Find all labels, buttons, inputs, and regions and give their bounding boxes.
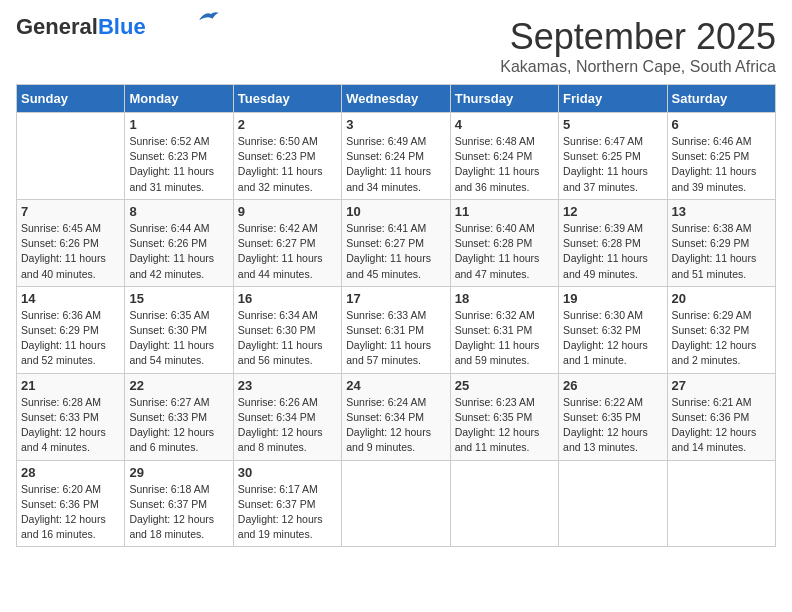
day-number: 9	[238, 204, 337, 219]
cell-daylight-info: Sunrise: 6:42 AMSunset: 6:27 PMDaylight:…	[238, 221, 337, 282]
calendar-cell: 24Sunrise: 6:24 AMSunset: 6:34 PMDayligh…	[342, 373, 450, 460]
calendar-week-row: 7Sunrise: 6:45 AMSunset: 6:26 PMDaylight…	[17, 199, 776, 286]
calendar-cell: 6Sunrise: 6:46 AMSunset: 6:25 PMDaylight…	[667, 113, 775, 200]
cell-daylight-info: Sunrise: 6:33 AMSunset: 6:31 PMDaylight:…	[346, 308, 445, 369]
day-number: 25	[455, 378, 554, 393]
calendar-cell: 5Sunrise: 6:47 AMSunset: 6:25 PMDaylight…	[559, 113, 667, 200]
calendar-cell: 17Sunrise: 6:33 AMSunset: 6:31 PMDayligh…	[342, 286, 450, 373]
calendar-cell	[667, 460, 775, 547]
cell-daylight-info: Sunrise: 6:17 AMSunset: 6:37 PMDaylight:…	[238, 482, 337, 543]
calendar-cell: 20Sunrise: 6:29 AMSunset: 6:32 PMDayligh…	[667, 286, 775, 373]
day-number: 12	[563, 204, 662, 219]
calendar-cell	[559, 460, 667, 547]
calendar-cell: 2Sunrise: 6:50 AMSunset: 6:23 PMDaylight…	[233, 113, 341, 200]
cell-daylight-info: Sunrise: 6:20 AMSunset: 6:36 PMDaylight:…	[21, 482, 120, 543]
cell-daylight-info: Sunrise: 6:46 AMSunset: 6:25 PMDaylight:…	[672, 134, 771, 195]
calendar-cell: 23Sunrise: 6:26 AMSunset: 6:34 PMDayligh…	[233, 373, 341, 460]
day-number: 22	[129, 378, 228, 393]
cell-daylight-info: Sunrise: 6:27 AMSunset: 6:33 PMDaylight:…	[129, 395, 228, 456]
calendar-week-row: 1Sunrise: 6:52 AMSunset: 6:23 PMDaylight…	[17, 113, 776, 200]
day-number: 15	[129, 291, 228, 306]
cell-daylight-info: Sunrise: 6:45 AMSunset: 6:26 PMDaylight:…	[21, 221, 120, 282]
calendar-cell: 28Sunrise: 6:20 AMSunset: 6:36 PMDayligh…	[17, 460, 125, 547]
day-number: 17	[346, 291, 445, 306]
day-number: 28	[21, 465, 120, 480]
day-number: 20	[672, 291, 771, 306]
calendar-cell: 10Sunrise: 6:41 AMSunset: 6:27 PMDayligh…	[342, 199, 450, 286]
day-number: 11	[455, 204, 554, 219]
cell-daylight-info: Sunrise: 6:26 AMSunset: 6:34 PMDaylight:…	[238, 395, 337, 456]
page-header: GeneralBlue September 2025 Kakamas, Nort…	[16, 16, 776, 76]
cell-daylight-info: Sunrise: 6:44 AMSunset: 6:26 PMDaylight:…	[129, 221, 228, 282]
cell-daylight-info: Sunrise: 6:48 AMSunset: 6:24 PMDaylight:…	[455, 134, 554, 195]
calendar-cell: 8Sunrise: 6:44 AMSunset: 6:26 PMDaylight…	[125, 199, 233, 286]
day-number: 30	[238, 465, 337, 480]
cell-daylight-info: Sunrise: 6:41 AMSunset: 6:27 PMDaylight:…	[346, 221, 445, 282]
calendar-cell	[17, 113, 125, 200]
logo-text: GeneralBlue	[16, 16, 146, 38]
calendar-cell: 21Sunrise: 6:28 AMSunset: 6:33 PMDayligh…	[17, 373, 125, 460]
cell-daylight-info: Sunrise: 6:35 AMSunset: 6:30 PMDaylight:…	[129, 308, 228, 369]
day-number: 14	[21, 291, 120, 306]
day-number: 24	[346, 378, 445, 393]
day-number: 13	[672, 204, 771, 219]
day-number: 5	[563, 117, 662, 132]
cell-daylight-info: Sunrise: 6:22 AMSunset: 6:35 PMDaylight:…	[563, 395, 662, 456]
calendar-cell: 18Sunrise: 6:32 AMSunset: 6:31 PMDayligh…	[450, 286, 558, 373]
day-number: 6	[672, 117, 771, 132]
logo: GeneralBlue	[16, 16, 220, 38]
weekday-header: Sunday	[17, 85, 125, 113]
cell-daylight-info: Sunrise: 6:47 AMSunset: 6:25 PMDaylight:…	[563, 134, 662, 195]
cell-daylight-info: Sunrise: 6:49 AMSunset: 6:24 PMDaylight:…	[346, 134, 445, 195]
calendar-cell: 3Sunrise: 6:49 AMSunset: 6:24 PMDaylight…	[342, 113, 450, 200]
cell-daylight-info: Sunrise: 6:21 AMSunset: 6:36 PMDaylight:…	[672, 395, 771, 456]
day-number: 19	[563, 291, 662, 306]
calendar-cell: 1Sunrise: 6:52 AMSunset: 6:23 PMDaylight…	[125, 113, 233, 200]
calendar-cell: 27Sunrise: 6:21 AMSunset: 6:36 PMDayligh…	[667, 373, 775, 460]
cell-daylight-info: Sunrise: 6:24 AMSunset: 6:34 PMDaylight:…	[346, 395, 445, 456]
calendar-cell: 22Sunrise: 6:27 AMSunset: 6:33 PMDayligh…	[125, 373, 233, 460]
calendar-table: SundayMondayTuesdayWednesdayThursdayFrid…	[16, 84, 776, 547]
calendar-cell	[342, 460, 450, 547]
calendar-cell	[450, 460, 558, 547]
cell-daylight-info: Sunrise: 6:39 AMSunset: 6:28 PMDaylight:…	[563, 221, 662, 282]
weekday-header: Saturday	[667, 85, 775, 113]
calendar-cell: 13Sunrise: 6:38 AMSunset: 6:29 PMDayligh…	[667, 199, 775, 286]
calendar-week-row: 14Sunrise: 6:36 AMSunset: 6:29 PMDayligh…	[17, 286, 776, 373]
day-number: 10	[346, 204, 445, 219]
calendar-cell: 25Sunrise: 6:23 AMSunset: 6:35 PMDayligh…	[450, 373, 558, 460]
calendar-cell: 30Sunrise: 6:17 AMSunset: 6:37 PMDayligh…	[233, 460, 341, 547]
cell-daylight-info: Sunrise: 6:32 AMSunset: 6:31 PMDaylight:…	[455, 308, 554, 369]
day-number: 16	[238, 291, 337, 306]
calendar-cell: 14Sunrise: 6:36 AMSunset: 6:29 PMDayligh…	[17, 286, 125, 373]
month-title: September 2025	[500, 16, 776, 58]
calendar-cell: 26Sunrise: 6:22 AMSunset: 6:35 PMDayligh…	[559, 373, 667, 460]
day-number: 1	[129, 117, 228, 132]
day-number: 7	[21, 204, 120, 219]
weekday-header: Friday	[559, 85, 667, 113]
calendar-cell: 29Sunrise: 6:18 AMSunset: 6:37 PMDayligh…	[125, 460, 233, 547]
day-number: 18	[455, 291, 554, 306]
cell-daylight-info: Sunrise: 6:23 AMSunset: 6:35 PMDaylight:…	[455, 395, 554, 456]
calendar-cell: 16Sunrise: 6:34 AMSunset: 6:30 PMDayligh…	[233, 286, 341, 373]
day-number: 21	[21, 378, 120, 393]
calendar-cell: 19Sunrise: 6:30 AMSunset: 6:32 PMDayligh…	[559, 286, 667, 373]
calendar-cell: 15Sunrise: 6:35 AMSunset: 6:30 PMDayligh…	[125, 286, 233, 373]
calendar-cell: 4Sunrise: 6:48 AMSunset: 6:24 PMDaylight…	[450, 113, 558, 200]
calendar-week-row: 21Sunrise: 6:28 AMSunset: 6:33 PMDayligh…	[17, 373, 776, 460]
day-number: 29	[129, 465, 228, 480]
calendar-header-row: SundayMondayTuesdayWednesdayThursdayFrid…	[17, 85, 776, 113]
location-subtitle: Kakamas, Northern Cape, South Africa	[500, 58, 776, 76]
cell-daylight-info: Sunrise: 6:34 AMSunset: 6:30 PMDaylight:…	[238, 308, 337, 369]
day-number: 3	[346, 117, 445, 132]
cell-daylight-info: Sunrise: 6:40 AMSunset: 6:28 PMDaylight:…	[455, 221, 554, 282]
calendar-cell: 7Sunrise: 6:45 AMSunset: 6:26 PMDaylight…	[17, 199, 125, 286]
cell-daylight-info: Sunrise: 6:30 AMSunset: 6:32 PMDaylight:…	[563, 308, 662, 369]
cell-daylight-info: Sunrise: 6:18 AMSunset: 6:37 PMDaylight:…	[129, 482, 228, 543]
day-number: 8	[129, 204, 228, 219]
cell-daylight-info: Sunrise: 6:38 AMSunset: 6:29 PMDaylight:…	[672, 221, 771, 282]
cell-daylight-info: Sunrise: 6:28 AMSunset: 6:33 PMDaylight:…	[21, 395, 120, 456]
day-number: 27	[672, 378, 771, 393]
title-block: September 2025 Kakamas, Northern Cape, S…	[500, 16, 776, 76]
day-number: 2	[238, 117, 337, 132]
